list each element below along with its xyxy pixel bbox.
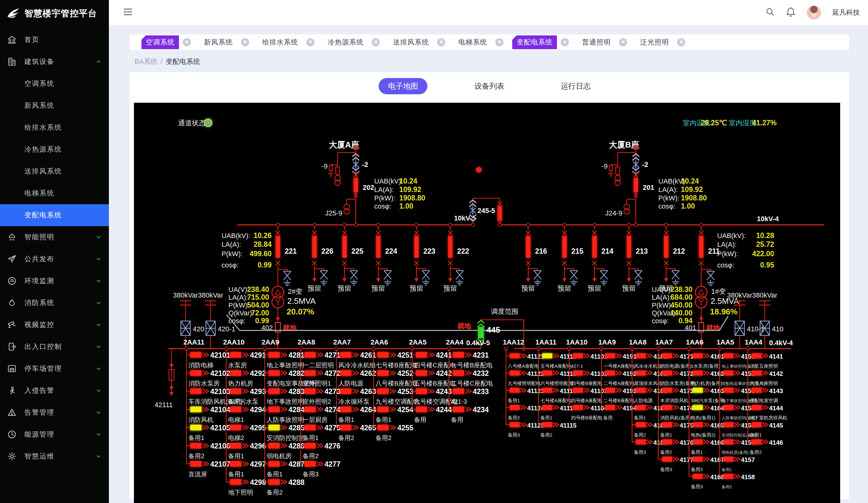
feeder-breaker-4185[interactable] [636,422,646,427]
feeder-breaker-4157[interactable] [723,457,733,462]
close-icon[interactable]: ✕ [306,38,314,46]
feeder-breaker-4144[interactable] [752,405,762,410]
feeder-breaker-4162[interactable] [693,371,703,375]
feeder-breaker-42101[interactable] [190,352,202,358]
feeder-breaker-4254[interactable] [378,406,389,412]
feeder-breaker-41101[interactable] [573,353,583,358]
feeder-breaker-4174[interactable] [662,405,672,410]
sidebar-item-停车场管理[interactable]: 停车场管理 [0,358,109,380]
feeder-breaker-4298[interactable] [230,479,241,485]
feeder-breaker-4164[interactable] [693,405,703,410]
breaker[interactable] [497,206,502,221]
feeder-breaker-4141[interactable] [752,353,762,358]
feeder-breaker-4288[interactable] [268,479,280,485]
notifications-bell-icon[interactable] [786,7,795,18]
feeder-breaker-4271[interactable] [304,352,316,358]
tab-泛光照明[interactable]: 泛光照明✕ [636,36,685,49]
feeder-breaker-4272[interactable] [304,370,316,376]
feeder-breaker-4232[interactable] [453,370,464,376]
feeder-breaker-42104[interactable] [190,406,202,412]
feeder-breaker-42103[interactable] [190,389,202,394]
breaker[interactable] [342,236,347,258]
feeder-breaker-4167[interactable] [693,457,703,462]
search-icon[interactable] [765,7,775,18]
feeder-breaker-42106[interactable] [190,443,202,449]
tab-空调系统[interactable]: 空调系统✕ [142,36,191,49]
breaker[interactable] [562,236,567,258]
feeder-breaker-41115[interactable] [542,422,552,427]
feeder-breaker-4265[interactable] [340,425,351,430]
avatar[interactable] [807,5,821,20]
feeder-breaker-4296[interactable] [230,443,241,449]
sidebar-item-首页[interactable]: 首页 [0,29,109,51]
feeder-breaker-4153[interactable] [723,388,733,393]
feeder-breaker-4293[interactable] [230,389,241,394]
view-tab-电子地图[interactable]: 电子地图 [379,78,427,94]
feeder-breaker-4281[interactable] [268,352,280,358]
feeder-breaker-4285[interactable] [268,425,280,430]
feeder-breaker-4143[interactable] [752,388,762,393]
feeder-breaker-4154[interactable] [723,405,733,410]
feeder-breaker-4145[interactable] [752,422,762,427]
feeder-breaker-4283[interactable] [268,389,280,394]
view-tab-设备列表[interactable]: 设备列表 [465,78,514,94]
sidebar-subitem-空调系统[interactable]: 空调系统 [0,73,109,94]
feeder-breaker-4168[interactable] [693,474,703,479]
sidebar-item-消防系统[interactable]: 消防系统 [0,292,109,314]
breaker[interactable] [414,236,418,258]
feeder-breaker-4156[interactable] [723,440,733,444]
sidebar-subitem-电梯系统[interactable]: 电梯系统 [0,182,109,204]
sidebar-subitem-给排水系统[interactable]: 给排水系统 [0,117,109,139]
feeder-breaker-4173[interactable] [662,388,672,393]
alarm-dot[interactable] [476,167,482,173]
feeder-breaker-4191[interactable] [605,353,615,358]
tab-冷热源系统[interactable]: 冷热源系统✕ [323,36,380,49]
sidebar-item-环境监测[interactable]: 环境监测 [0,270,109,292]
feeder-breaker-4291[interactable] [230,352,241,358]
feeder-breaker-4183[interactable] [636,388,646,393]
close-icon[interactable]: ✕ [372,38,380,46]
feeder-breaker-4251[interactable] [378,352,389,358]
feeder-breaker-4275[interactable] [304,425,316,430]
breaker[interactable] [592,236,597,258]
feeder-breaker-4161[interactable] [693,353,703,358]
breaker[interactable] [312,236,317,258]
close-icon[interactable]: ✕ [619,38,627,46]
feeder-breaker-4176[interactable] [662,440,672,444]
sidebar-item-智慧运维[interactable]: 智慧运维 [0,445,109,467]
feeder-breaker-42105[interactable] [190,425,202,430]
feeder-breaker-4234[interactable] [453,406,464,412]
feeder-breaker-4194[interactable] [605,405,615,410]
feeder-breaker-4273[interactable] [304,389,316,394]
feeder-breaker-41113[interactable] [542,388,552,393]
feeder-breaker-4233[interactable] [453,389,464,394]
feeder-breaker-41125[interactable] [510,422,520,427]
feeder-breaker-4262[interactable] [340,370,351,376]
feeder-breaker-4297[interactable] [230,461,241,467]
feeder-breaker-4287[interactable] [268,461,280,467]
feeder-breaker-42107[interactable] [190,461,202,467]
sidebar-item-能源管理[interactable]: 能源管理 [0,423,109,445]
tab-普通照明[interactable]: 普通照明✕ [578,36,627,49]
close-icon[interactable]: ✕ [437,38,445,46]
feeder-breaker-4264[interactable] [340,406,351,412]
tab-变配电系统[interactable]: 变配电系统✕ [512,36,569,49]
feeder-breaker-4184[interactable] [636,405,646,410]
breaker[interactable] [354,178,358,192]
feeder-breaker-4175[interactable] [662,422,672,427]
feeder-breaker-4171[interactable] [662,353,672,358]
sidebar-subitem-送排风系统[interactable]: 送排风系统 [0,160,109,182]
feeder-breaker-4166[interactable] [693,440,703,444]
feeder-breaker-41121[interactable] [510,353,520,358]
feeder-breaker-4295[interactable] [230,425,241,430]
feeder-breaker-4186[interactable] [636,440,646,444]
feeder-breaker-4243[interactable] [416,389,427,394]
feeder-breaker-4286[interactable] [268,443,280,449]
feeder-breaker-4182[interactable] [636,371,646,375]
feeder-breaker-4165[interactable] [693,422,703,427]
feeder-breaker-4277[interactable] [304,461,316,467]
feeder-breaker-41114[interactable] [542,405,552,410]
sidebar-item-建筑设备[interactable]: 建筑设备 [0,51,109,73]
feeder-breaker-4284[interactable] [268,406,280,412]
feeder-breaker-4192[interactable] [605,371,615,375]
